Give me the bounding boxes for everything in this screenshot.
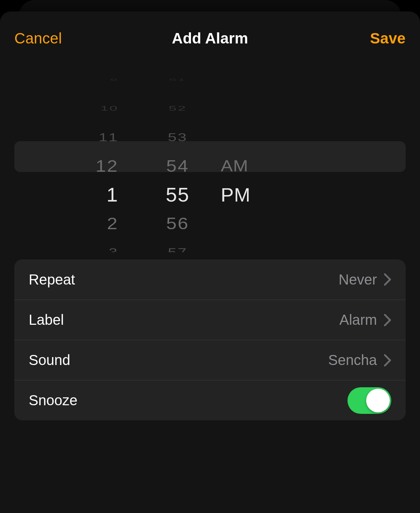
save-button[interactable]: Save (370, 11, 406, 65)
row-label-value: Alarm (340, 312, 377, 328)
snooze-toggle[interactable] (347, 387, 391, 414)
spacer (221, 127, 289, 148)
hour-option[interactable]: 3 (54, 242, 118, 252)
header: Cancel Add Alarm Save (0, 11, 420, 65)
row-repeat[interactable]: Repeat Never (14, 259, 406, 300)
row-snooze: Snooze (14, 380, 406, 420)
hour-option[interactable]: 9 (54, 77, 118, 83)
hour-option[interactable]: 10 (54, 102, 118, 115)
time-picker: 9 10 11 12 1 2 3 4 5 51 52 53 54 55 56 5… (0, 65, 420, 252)
minute-option[interactable]: 51 (142, 77, 214, 83)
toggle-knob (366, 389, 390, 412)
minute-option[interactable]: 52 (142, 102, 214, 115)
cancel-button[interactable]: Cancel (14, 11, 62, 65)
minute-option[interactable]: 53 (142, 127, 214, 148)
minute-wheel[interactable]: 51 52 53 54 55 56 57 58 59 (142, 65, 214, 252)
hour-option[interactable]: 11 (54, 127, 118, 148)
row-sound-label: Sound (29, 352, 70, 368)
row-sound-value: Sencha (328, 352, 377, 368)
row-label-label: Label (29, 312, 64, 328)
period-option[interactable]: AM (221, 153, 289, 179)
spacer (221, 242, 289, 252)
hour-option[interactable]: 2 (54, 211, 118, 236)
minute-option[interactable]: 57 (142, 242, 214, 252)
spacer (221, 211, 289, 236)
minute-selected[interactable]: 55 (142, 180, 214, 209)
hour-selected[interactable]: 1 (54, 180, 118, 209)
page-title: Add Alarm (172, 30, 248, 47)
minute-option[interactable]: 56 (142, 211, 214, 236)
spacer (221, 102, 289, 115)
period-wheel[interactable]: AM PM (217, 65, 289, 252)
period-selected[interactable]: PM (221, 180, 289, 209)
hour-wheel[interactable]: 9 10 11 12 1 2 3 4 5 (54, 65, 140, 252)
chevron-right-icon (384, 273, 391, 286)
minute-option[interactable]: 54 (142, 153, 214, 179)
hour-option[interactable]: 12 (54, 153, 118, 179)
spacer (221, 77, 289, 83)
add-alarm-sheet: Cancel Add Alarm Save 9 10 11 12 1 2 3 4… (0, 11, 420, 513)
row-repeat-label: Repeat (29, 272, 75, 288)
chevron-right-icon (384, 314, 391, 326)
row-repeat-value: Never (339, 272, 377, 288)
chevron-right-icon (384, 354, 391, 366)
row-snooze-label: Snooze (29, 392, 78, 408)
row-sound[interactable]: Sound Sencha (14, 340, 406, 380)
settings-list: Repeat Never Label Alarm Sound Sencha Sn… (14, 259, 406, 420)
row-label[interactable]: Label Alarm (14, 300, 406, 340)
